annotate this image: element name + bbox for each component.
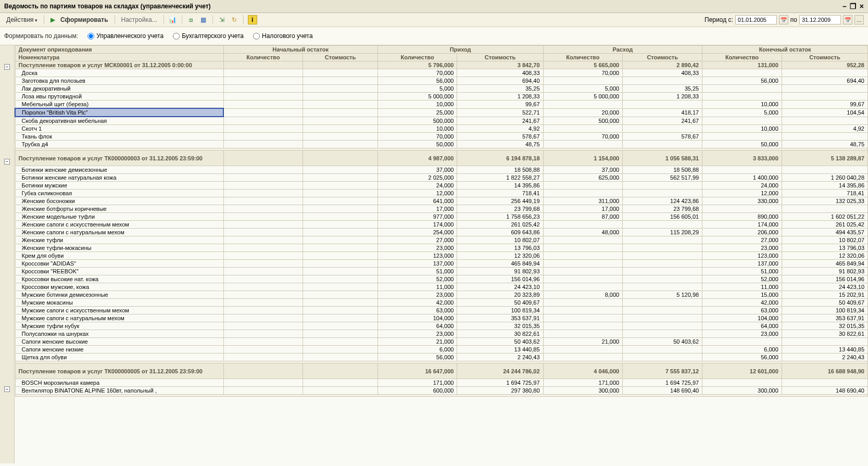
table-row[interactable]: Щетка для обуви56,0002 240,4356,0002 240… [15,354,868,361]
play-icon: ▶ [51,16,55,23]
radio-accounting-input[interactable] [173,33,180,40]
header-qty: Количество [702,54,782,61]
report-table: Документ оприходования Начальный остаток… [15,45,868,397]
group-row[interactable]: Поступление товаров и услуг ТК000000005 … [15,363,868,379]
close-icon[interactable]: × [860,2,864,10]
table-row[interactable]: Ботинки женские демисезонные37,00018 508… [15,166,868,174]
table-row[interactable]: Кроссовки высокие нат. кожа52,000156 014… [15,275,868,283]
calendar-to-icon[interactable]: 📅 [843,15,852,24]
table-row[interactable]: Мужские ботинки демисезонные23,00020 323… [15,291,868,299]
header-income: Приход [378,46,543,54]
table-row[interactable]: Мужские сапоги с искусственным мехом63,0… [15,307,868,314]
radio-management[interactable]: Управленческого учета [87,32,163,40]
period-to-input[interactable] [799,15,841,24]
table-scroll[interactable]: Документ оприходования Начальный остаток… [15,45,868,463]
table-row[interactable]: Женские модельные туфли977,0001 758 656,… [15,213,868,221]
period-more-icon[interactable]: … [854,15,864,24]
table-row[interactable]: Скотч 110,0004,9210,0004,92 [15,125,868,133]
table-row[interactable]: Мужские сапоги с натуральным мехом104,00… [15,314,868,322]
form-button[interactable]: Сформировать [58,15,110,24]
table-row[interactable]: Ботинки мужские24,00014 395,8624,00014 3… [15,182,868,190]
period-from-input[interactable] [735,15,777,24]
period-to-label: по [790,16,797,23]
table-row[interactable]: Ботинки женские натуральная кожа2 025,00… [15,174,868,182]
table-row[interactable]: Кроссовки "ADIDAS"137,000465 849,94137,0… [15,260,868,268]
header-cost: Стоимость [782,54,867,61]
period-controls: Период с: 📅 по 📅 … [705,15,864,24]
window-controls: – ❐ × [842,2,864,10]
refresh-icon[interactable]: ↻ [230,15,239,24]
separator [115,15,115,24]
separator [182,15,182,24]
table-row[interactable]: Мебельный щит (береза)10,00099,6710,0009… [15,100,868,109]
table-row[interactable]: Скоба декоративная мебельная500,000241,6… [15,117,868,125]
table-row[interactable]: Лак декоративный5,00035,255,00035,25 [15,85,868,93]
filter-bar: Формировать по данным: Управленческого у… [0,27,868,45]
table-row[interactable]: Доска70,000408,3370,000408,33 [15,69,868,77]
table-row[interactable]: Женские сапоги с искусственным мехом174,… [15,221,868,229]
table-row[interactable]: Мужские туфли нубук64,00032 015,3564,000… [15,322,868,330]
actions-button[interactable]: Действия [4,15,40,24]
separator [212,15,213,24]
settings-button[interactable]: Настройка... [119,15,159,24]
table-row[interactable]: Женские ботфорты коричневые17,00023 799,… [15,205,868,213]
header-cost: Стоимость [457,54,543,61]
table-row[interactable]: Женские сапоги с натуральным мехом254,00… [15,229,868,236]
calendar-from-icon[interactable]: 📅 [779,15,788,24]
radio-management-input[interactable] [87,33,94,40]
separator [163,15,164,24]
table-row[interactable]: Заготовка для полозьев56,000694,4056,000… [15,77,868,85]
separator [243,15,244,24]
header-cost: Стоимость [623,54,702,61]
chart-icon[interactable]: 📊 [168,15,178,24]
table-row[interactable]: Женские туфли-мокасины23,00013 796,0323,… [15,244,868,252]
header-qty: Количество [378,54,457,61]
collapse-icon[interactable]: − [4,64,10,70]
header-end: Конечный остаток [702,46,868,54]
maximize-icon[interactable]: ❐ [850,2,857,10]
toolbar: Действия ▶ Сформировать Настройка... 📊 ⧈… [0,13,868,27]
header-qty: Количество [543,54,623,61]
table-row[interactable]: Женские туфли27,00010 802,0727,00010 802… [15,236,868,244]
grid-icon[interactable]: ▦ [199,15,208,24]
radio-tax-input[interactable] [253,33,260,40]
period-label: Период с: [705,16,733,23]
table-row[interactable]: Трубка д450,00048,7550,00048,75 [15,141,868,148]
separator [44,15,44,24]
group-row[interactable]: Поступление товаров и услуг ТК000000003 … [15,150,868,166]
collapse-icon[interactable]: − [4,159,10,165]
table-row[interactable]: Кроссовки "REEBOK"51,00091 802,9351,0009… [15,268,868,275]
table-row[interactable]: Женские босоножки641,000256 449,19311,00… [15,197,868,205]
table-row[interactable]: Вентилятор BINATONE ALPINE 160вт, наполь… [15,387,868,395]
table-row[interactable]: Мужские мокасины42,00050 409,6742,00050 … [15,299,868,307]
table-row[interactable]: Губка силиконовая12,000718,4112,000718,4… [15,190,868,197]
header-qty: Количество [223,54,303,61]
table-row[interactable]: Сапоги женские низкие6,00013 440,856,000… [15,346,868,354]
report-area: −−− Документ оприходования Начальный ост… [0,45,868,463]
filter-label: Формировать по данным: [4,32,78,40]
window-title: Ведомость по партиям товаров на складах … [4,3,211,10]
header-nomenclature: Номенклатура [15,54,223,61]
minimize-icon[interactable]: – [842,2,847,10]
table-row[interactable]: Поролон "British Vita Plc"25,000522,7120… [15,108,868,117]
header-document: Документ оприходования [15,46,223,54]
tree-icon[interactable]: ⧈ [186,15,196,24]
table-row[interactable]: Сапоги женские высокие21,00050 403,6221,… [15,338,868,346]
collapse-icon[interactable]: − [4,386,10,392]
table-row[interactable]: Крем для обуви123,00012 320,06123,00012 … [15,252,868,260]
radio-tax[interactable]: Налогового учета [253,32,313,40]
table-row[interactable]: Полусапожки на шнурках23,00030 822,6123,… [15,330,868,338]
group-row[interactable]: Поступление товаров и услуг МСК00001 от … [15,61,868,69]
table-row[interactable]: Кроссовки мужские, кожа11,00024 423,1011… [15,283,868,291]
outline-gutter: −−− [0,45,15,463]
table-row[interactable]: BOSCH морозильная камера171,0001 694 725… [15,379,868,387]
radio-accounting[interactable]: Бухгалтерского учета [173,32,244,40]
header-cost: Стоимость [303,54,378,61]
help-icon[interactable]: i [248,15,257,24]
export-icon[interactable]: ⇲ [217,15,227,24]
table-row[interactable]: Лоза ивы прутовидной5 000,0001 208,335 0… [15,93,868,100]
header-start: Начальный остаток [223,46,378,54]
header-expense: Расход [543,46,702,54]
table-row[interactable]: Ткань флок70,000578,6770,000578,67 [15,133,868,141]
window-title-bar: Ведомость по партиям товаров на складах … [0,0,868,13]
